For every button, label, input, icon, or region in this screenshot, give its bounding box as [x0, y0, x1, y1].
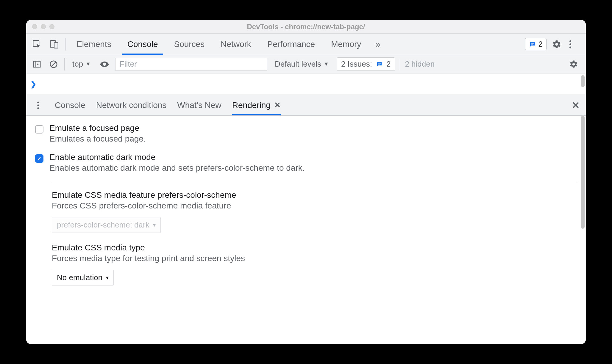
rendering-panel: Emulate a focused page Emulates a focuse… [26, 116, 586, 344]
select-value: No emulation [57, 273, 102, 282]
checkbox-dark-mode[interactable] [35, 154, 43, 163]
svg-point-6 [569, 43, 571, 45]
drawer-tab-label: What's New [177, 101, 221, 110]
svg-rect-12 [378, 64, 380, 65]
section-css-media-type: Emulate CSS media type Forces media type… [52, 243, 577, 285]
select-css-media-type[interactable]: No emulation ▾ [52, 270, 114, 285]
issues-box[interactable]: 2 Issues: 2 [337, 57, 395, 71]
levels-label: Default levels [275, 59, 321, 69]
device-toolbar-icon[interactable] [48, 38, 60, 50]
svg-point-14 [37, 104, 39, 106]
svg-rect-11 [378, 63, 381, 64]
tab-network[interactable]: Network [215, 34, 257, 55]
option-title: Enable automatic dark mode [49, 153, 305, 162]
message-icon [529, 41, 536, 48]
context-selector[interactable]: top ▼ [69, 59, 94, 69]
main-toolbar: Elements Console Sources Network Perform… [26, 34, 586, 55]
svg-rect-3 [531, 43, 534, 44]
drawer-tab-console[interactable]: Console [55, 95, 85, 115]
section-desc: Forces CSS prefers-color-scheme media fe… [52, 201, 577, 211]
chevron-right-icon: ❯ [30, 80, 36, 88]
drawer-tab-label: Console [55, 101, 85, 110]
caret-down-icon: ▾ [153, 222, 156, 228]
drawer-tab-label: Network conditions [96, 101, 167, 110]
log-levels-selector[interactable]: Default levels ▼ [272, 59, 332, 69]
eye-icon[interactable] [99, 58, 110, 70]
option-emulate-focused-page: Emulate a focused page Emulates a focuse… [35, 123, 577, 144]
svg-point-7 [569, 46, 571, 48]
svg-point-5 [569, 40, 571, 42]
caret-down-icon: ▼ [324, 61, 329, 67]
separator [64, 58, 65, 70]
hidden-count[interactable]: 2 hidden [405, 59, 435, 69]
scrollbar-thumb[interactable] [581, 75, 585, 87]
devtools-window: DevTools - chrome://new-tab-page/ Elemen… [26, 20, 586, 344]
clear-console-icon[interactable] [48, 58, 60, 70]
drawer-tab-network-conditions[interactable]: Network conditions [96, 95, 167, 115]
section-prefers-color-scheme: Emulate CSS media feature prefers-color-… [52, 190, 577, 233]
console-toolbar: top ▼ Default levels ▼ 2 Issues: 2 2 hid… [26, 55, 586, 73]
console-filter-input[interactable] [115, 58, 267, 71]
svg-point-13 [37, 101, 39, 103]
section-title: Emulate CSS media feature prefers-color-… [52, 190, 577, 200]
separator [65, 38, 66, 51]
drawer-tab-label: Rendering [232, 101, 271, 110]
option-desc: Enables automatic dark mode and sets pre… [49, 163, 305, 173]
drawer-tabbar: Console Network conditions What's New Re… [26, 95, 586, 116]
tab-memory[interactable]: Memory [326, 34, 366, 55]
svg-rect-2 [54, 43, 58, 48]
console-prompt-area[interactable]: ❯ [26, 73, 586, 95]
close-tab-icon[interactable]: ✕ [274, 101, 281, 110]
tab-sources[interactable]: Sources [168, 34, 210, 55]
separator [400, 58, 400, 70]
titlebar: DevTools - chrome://new-tab-page/ [26, 20, 586, 34]
drawer-tab-whats-new[interactable]: What's New [177, 95, 221, 115]
toggle-console-sidebar-icon[interactable] [31, 58, 43, 70]
inspect-element-icon[interactable] [31, 38, 43, 50]
tab-elements[interactable]: Elements [71, 34, 117, 55]
drawer-kebab-icon[interactable] [32, 99, 44, 111]
context-label: top [72, 59, 83, 69]
svg-rect-8 [34, 61, 40, 67]
window-title: DevTools - chrome://new-tab-page/ [26, 23, 586, 31]
caret-down-icon: ▼ [85, 61, 91, 67]
drawer-tab-rendering[interactable]: Rendering ✕ [232, 95, 281, 115]
caret-down-icon: ▾ [106, 274, 109, 281]
svg-point-10 [104, 63, 105, 65]
checkbox-emulate-focused[interactable] [35, 125, 43, 134]
settings-gear-icon[interactable] [552, 40, 564, 49]
kebab-menu-icon[interactable] [569, 40, 581, 48]
console-settings-gear-icon[interactable] [569, 60, 581, 69]
more-tabs-icon[interactable]: » [372, 38, 384, 50]
section-desc: Forces media type for testing print and … [52, 254, 577, 263]
svg-point-15 [37, 107, 39, 109]
message-icon [376, 61, 383, 68]
issues-count: 2 [386, 59, 391, 69]
messages-badge[interactable]: 2 [525, 38, 547, 50]
section-title: Emulate CSS media type [52, 243, 577, 252]
svg-rect-4 [531, 44, 533, 45]
close-drawer-icon[interactable]: ✕ [572, 100, 580, 111]
select-value: prefers-color-scheme: dark [57, 220, 149, 230]
tab-performance[interactable]: Performance [262, 34, 320, 55]
scrollbar-thumb[interactable] [581, 116, 585, 229]
select-prefers-color-scheme[interactable]: prefers-color-scheme: dark ▾ [52, 217, 161, 233]
messages-count: 2 [538, 40, 543, 49]
issues-label: 2 Issues: [341, 59, 372, 69]
option-enable-dark-mode: Enable automatic dark mode Enables autom… [35, 153, 577, 173]
option-desc: Emulates a focused page. [49, 134, 146, 144]
option-title: Emulate a focused page [49, 123, 146, 133]
divider [52, 182, 577, 182]
tab-console[interactable]: Console [122, 34, 163, 55]
